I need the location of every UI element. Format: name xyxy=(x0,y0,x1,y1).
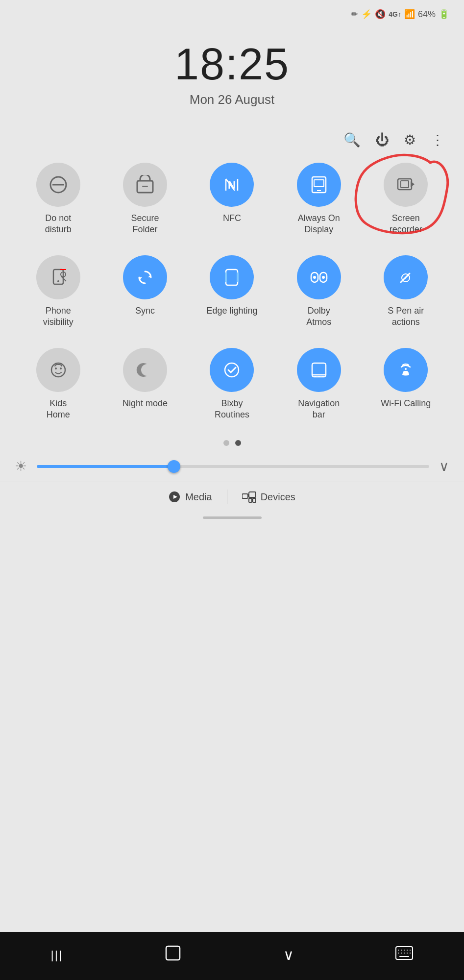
do-not-disturb-icon xyxy=(36,163,80,207)
qs-night-mode-label: Night mode xyxy=(122,398,168,409)
always-on-display-icon xyxy=(297,163,341,207)
battery-icon: 🔋 xyxy=(439,9,449,20)
svg-rect-44 xyxy=(249,498,252,502)
brightness-slider[interactable] xyxy=(37,465,429,468)
qs-wifi-calling-label: Wi-Fi Calling xyxy=(381,398,431,409)
toolbar: 🔍 ⏻ ⚙ ⋮ xyxy=(0,127,464,153)
navigation-bar-icon xyxy=(297,348,341,392)
chevron-down-icon[interactable]: ∨ xyxy=(439,458,449,474)
time-section: 18:25 Mon 26 August xyxy=(174,39,290,107)
brightness-row: ☀ ∨ xyxy=(0,451,464,482)
qs-s-pen-air-label: S Pen airactions xyxy=(388,305,424,328)
qs-navigation-bar[interactable]: Navigationbar xyxy=(285,348,353,421)
status-icons: ✏ ⚡ 🔇 4G↑ 📶 64% 🔋 xyxy=(351,9,449,20)
qs-sync[interactable]: Sync xyxy=(111,255,179,317)
svg-point-23 xyxy=(313,276,316,279)
svg-rect-6 xyxy=(314,180,324,187)
search-icon[interactable]: 🔍 xyxy=(343,132,361,148)
svg-rect-10 xyxy=(401,181,409,188)
svg-rect-36 xyxy=(314,376,317,377)
slider-thumb[interactable] xyxy=(168,460,180,473)
svg-point-31 xyxy=(60,368,62,369)
svg-point-24 xyxy=(322,276,325,279)
qs-do-not-disturb[interactable]: Do notdisturb xyxy=(24,163,93,236)
svg-rect-42 xyxy=(242,494,248,498)
page-dot-2[interactable] xyxy=(235,440,241,446)
qs-sync-label: Sync xyxy=(135,305,155,317)
keyboard-icon[interactable] xyxy=(395,946,413,963)
svg-marker-17 xyxy=(139,277,142,280)
time-display: 18:25 xyxy=(174,39,290,90)
svg-rect-3 xyxy=(142,186,148,187)
svg-rect-45 xyxy=(253,498,256,502)
settings-icon[interactable]: ⚙ xyxy=(404,132,416,148)
qs-screen-recorder[interactable]: Screenrecorder xyxy=(371,163,440,236)
qs-wifi-calling[interactable]: Wi-Fi Calling xyxy=(371,348,440,409)
back-icon[interactable]: ||| xyxy=(51,948,63,962)
svg-rect-38 xyxy=(322,376,324,377)
qs-always-on-display[interactable]: Always OnDisplay xyxy=(285,163,353,236)
qs-row-2: Phonevisibility Sync Edge lighting Dolby… xyxy=(15,255,449,328)
media-label: Media xyxy=(185,491,212,503)
qs-s-pen-air[interactable]: S Pen airactions xyxy=(371,255,440,328)
home-icon[interactable] xyxy=(164,944,182,965)
qs-nfc[interactable]: N NFC xyxy=(197,163,266,224)
date-display: Mon 26 August xyxy=(174,92,290,107)
qs-dolby-atmos-label: DolbyAtmos xyxy=(306,305,331,328)
bottom-divider xyxy=(227,490,227,504)
qs-edge-lighting[interactable]: Edge lighting xyxy=(197,255,266,317)
more-icon[interactable]: ⋮ xyxy=(431,132,444,148)
qs-kids-home-label: KidsHome xyxy=(47,398,70,421)
mute-icon: 🔇 xyxy=(375,9,386,20)
qs-phone-visibility[interactable]: Phonevisibility xyxy=(24,255,93,328)
sync-icon xyxy=(123,255,167,299)
devices-icon xyxy=(242,491,256,503)
qs-nfc-label: NFC xyxy=(223,213,241,224)
page-dot-1[interactable] xyxy=(223,440,229,446)
qs-night-mode[interactable]: Night mode xyxy=(111,348,179,409)
svg-point-12 xyxy=(57,280,59,282)
qs-bixby-routines[interactable]: BixbyRoutines xyxy=(197,348,266,421)
svg-point-29 xyxy=(51,363,65,377)
edge-lighting-icon xyxy=(210,255,254,299)
night-mode-icon xyxy=(123,348,167,392)
svg-text:N: N xyxy=(228,179,236,191)
s-pen-air-icon xyxy=(384,255,428,299)
qs-screen-recorder-label: Screenrecorder xyxy=(390,213,422,236)
svg-marker-9 xyxy=(411,181,415,187)
qs-do-not-disturb-label: Do notdisturb xyxy=(45,213,72,236)
recent-icon[interactable]: ∨ xyxy=(283,946,294,963)
media-button[interactable]: Media xyxy=(169,491,212,503)
wifi-calling-icon xyxy=(384,348,428,392)
kids-home-icon xyxy=(36,348,80,392)
qs-secure-folder-label: SecureFolder xyxy=(131,213,159,236)
qs-navigation-bar-label: Navigationbar xyxy=(298,398,340,421)
home-indicator xyxy=(203,516,262,519)
secure-folder-icon xyxy=(123,163,167,207)
qs-edge-lighting-label: Edge lighting xyxy=(206,305,257,317)
devices-button[interactable]: Devices xyxy=(242,491,295,503)
signal-icon: 📶 xyxy=(404,9,415,20)
qs-dolby-atmos[interactable]: DolbyAtmos xyxy=(285,255,353,328)
svg-point-30 xyxy=(55,368,57,369)
power-icon[interactable]: ⏻ xyxy=(375,132,389,148)
page-dots xyxy=(223,440,241,446)
qs-kids-home[interactable]: KidsHome xyxy=(24,348,93,421)
play-icon xyxy=(169,491,180,503)
screen-recorder-icon xyxy=(384,163,428,207)
qs-secure-folder[interactable]: SecureFolder xyxy=(111,163,179,236)
slider-track xyxy=(37,465,429,468)
svg-point-32 xyxy=(225,363,239,377)
qs-row-3: KidsHome Night mode BixbyRoutines Naviga… xyxy=(15,348,449,421)
qs-phone-visibility-label: Phonevisibility xyxy=(43,305,73,328)
bixby-routines-icon xyxy=(210,348,254,392)
svg-rect-18 xyxy=(226,270,238,285)
qs-row-1: Do notdisturb SecureFolder N NFC Always … xyxy=(15,163,449,236)
nfc-icon: N xyxy=(210,163,254,207)
bottom-bar: Media Devices xyxy=(0,482,464,512)
devices-label: Devices xyxy=(261,491,295,503)
qs-bixby-routines-label: BixbyRoutines xyxy=(215,398,249,421)
battery-text: 64% xyxy=(418,9,436,20)
svg-rect-43 xyxy=(249,492,256,497)
nav-bar: ||| ∨ xyxy=(0,932,464,980)
